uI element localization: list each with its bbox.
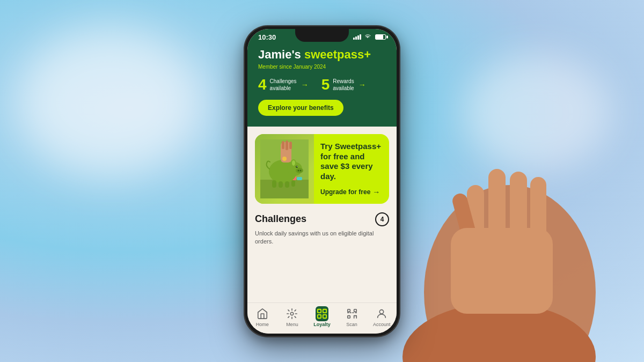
loyalty-icon (316, 307, 328, 320)
rewards-count: 5 (321, 77, 330, 92)
svg-rect-26 (291, 180, 295, 187)
home-icon (256, 307, 269, 320)
menu-icon (286, 307, 298, 320)
svg-rect-11 (297, 177, 302, 180)
phone-notch (295, 29, 349, 42)
nav-item-loyalty[interactable]: Loyalty (309, 307, 335, 327)
upgrade-link[interactable]: Upgrade for free → (320, 188, 383, 196)
challenges-label: Challengesavailable (270, 78, 297, 92)
phone-wrapper: 10:30 (244, 26, 400, 337)
member-since: Member since January 2024 (258, 64, 386, 70)
app-title: Jamie's sweetpass+ (258, 48, 386, 62)
header-section: Jamie's sweetpass+ Member since January … (247, 43, 397, 127)
challenges-stat: 4 Challengesavailable → (258, 77, 309, 92)
promo-card[interactable]: Try Sweetpass+ for free and save $3 ever… (255, 134, 389, 204)
upgrade-arrow: → (372, 188, 380, 196)
greeting-text: Jamie's (258, 48, 304, 61)
bottom-nav: Home Menu (247, 302, 397, 334)
scan-icon (346, 307, 358, 320)
content-section[interactable]: Try Sweetpass+ for free and save $3 ever… (247, 127, 397, 302)
signal-icon (353, 34, 361, 40)
promo-text: Try Sweetpass+ for free and save $3 ever… (314, 134, 389, 204)
background-blob-2 (462, 54, 612, 172)
challenges-count: 4 (258, 77, 267, 92)
nav-item-account[interactable]: Account (368, 307, 395, 327)
challenges-subtitle: Unlock daily savings with us on eligible… (255, 230, 389, 246)
svg-rect-30 (289, 142, 292, 149)
stats-row: 4 Challengesavailable → 5 Rewardsavailab… (258, 77, 386, 92)
status-time: 10:30 (258, 33, 276, 41)
battery-icon (375, 34, 386, 40)
home-label: Home (256, 322, 269, 327)
svg-point-15 (296, 168, 303, 173)
svg-point-19 (297, 166, 297, 167)
nav-item-menu[interactable]: Menu (279, 307, 305, 327)
challenges-title: Challenges (255, 213, 306, 225)
svg-point-40 (380, 309, 384, 313)
loyalty-label: Loyalty (313, 322, 331, 327)
phone-screen: 10:30 (247, 29, 397, 334)
svg-point-18 (296, 166, 298, 168)
svg-rect-24 (279, 181, 283, 188)
svg-rect-35 (318, 314, 321, 317)
svg-rect-39 (347, 315, 350, 318)
scan-label: Scan (346, 322, 357, 327)
svg-rect-34 (323, 309, 326, 312)
promo-image (255, 134, 314, 204)
challenges-section: Challenges 4 Unlock daily savings with u… (255, 212, 389, 250)
svg-point-31 (282, 157, 287, 161)
piggy-bank-illustration (260, 139, 309, 198)
rewards-stat: 5 Rewardsavailable → (321, 77, 366, 92)
svg-rect-37 (347, 309, 350, 312)
promo-headline: Try Sweetpass+ for free and save $3 ever… (320, 142, 383, 182)
svg-rect-38 (354, 309, 356, 312)
nav-item-home[interactable]: Home (249, 307, 276, 327)
challenges-arrow: → (301, 80, 309, 89)
challenges-header: Challenges 4 (255, 212, 389, 226)
svg-rect-29 (286, 141, 288, 150)
svg-rect-36 (323, 314, 326, 317)
svg-point-21 (292, 160, 295, 166)
svg-point-16 (298, 169, 299, 171)
upgrade-label: Upgrade for free (320, 188, 370, 196)
rewards-arrow: → (358, 80, 366, 89)
svg-rect-23 (272, 180, 276, 188)
svg-point-17 (300, 169, 302, 171)
benefits-button[interactable]: Explore your benefits (258, 100, 343, 116)
svg-rect-33 (318, 309, 321, 312)
account-icon (375, 307, 388, 320)
menu-label: Menu (286, 322, 298, 327)
svg-rect-25 (285, 181, 289, 188)
challenges-badge: 4 (375, 212, 389, 226)
phone-device: 10:30 (244, 26, 400, 337)
wifi-icon (364, 34, 371, 40)
brand-name: sweetpass+ (304, 48, 371, 61)
nav-item-scan[interactable]: Scan (339, 307, 365, 327)
rewards-label: Rewardsavailable (333, 78, 354, 92)
status-icons (353, 34, 386, 40)
svg-point-32 (291, 312, 294, 315)
background-blob (16, 27, 204, 177)
account-label: Account (373, 322, 391, 327)
svg-rect-28 (282, 141, 284, 149)
